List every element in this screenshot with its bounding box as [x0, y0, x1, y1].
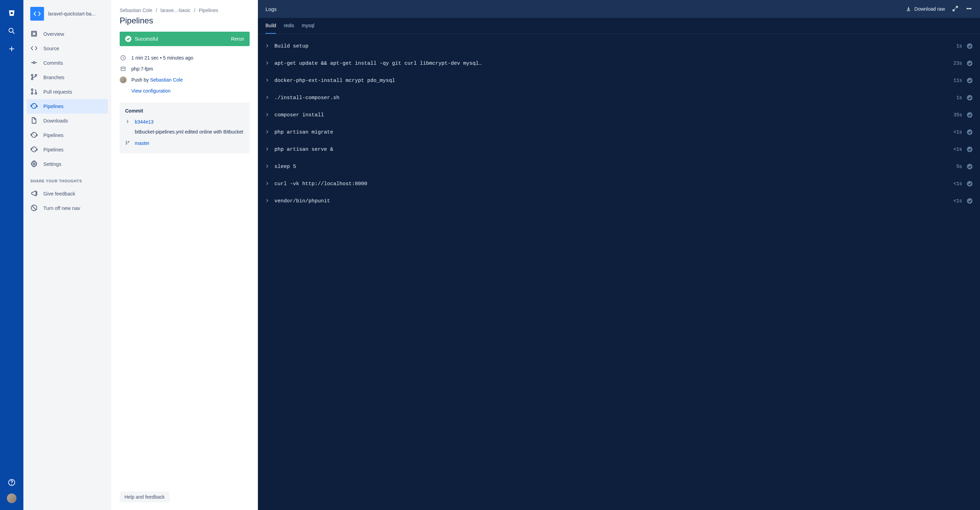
svg-line-34 — [953, 9, 955, 11]
log-command: curl -vk http://localhost:8000 — [274, 181, 949, 187]
chevron-right-icon — [266, 164, 270, 170]
repo-sidebar: laravel-quickstart-ba... OverviewSourceC… — [23, 0, 111, 510]
log-line[interactable]: php artisan migrate <1s — [266, 124, 972, 141]
main-content: Sebastian Cole / larave...-basic / Pipel… — [111, 0, 258, 510]
svg-line-33 — [956, 6, 958, 8]
page-title: Pipelines — [120, 16, 250, 26]
chevron-right-icon — [266, 147, 270, 153]
clock-icon — [120, 54, 127, 61]
svg-point-19 — [32, 132, 37, 137]
success-check-icon — [967, 112, 972, 118]
chevron-right-icon — [266, 198, 270, 204]
logs-header: Logs Download raw — [258, 0, 980, 18]
sidebar-item-give-feedback[interactable]: Give feedback — [27, 186, 108, 201]
chevron-right-icon — [266, 43, 270, 49]
expand-icon[interactable] — [952, 5, 959, 13]
logs-tabs: Buildredismysql — [258, 18, 980, 34]
log-line[interactable]: sleep 5 5s — [266, 158, 972, 175]
log-line[interactable]: composer install 35s — [266, 106, 972, 124]
downloads-icon — [30, 117, 38, 125]
svg-point-14 — [35, 74, 37, 76]
svg-rect-0 — [11, 12, 13, 14]
sidebar-item-pipelines[interactable]: Pipelines — [27, 142, 108, 157]
author-link[interactable]: Sebastian Cole — [150, 77, 183, 83]
sidebar-item-pipelines[interactable]: Pipelines — [27, 99, 108, 113]
log-line[interactable]: docker-php-ext-install mcrypt pdo_mysql … — [266, 72, 972, 89]
meta-config: View configuration — [120, 85, 250, 96]
download-raw-button[interactable]: Download raw — [905, 6, 945, 12]
pipelines-icon — [30, 131, 38, 140]
more-icon[interactable] — [966, 5, 972, 13]
logs-tab-build[interactable]: Build — [266, 18, 276, 34]
log-duration: 1s — [956, 43, 962, 49]
log-command: php artisan serve & — [274, 147, 949, 153]
svg-point-35 — [967, 8, 968, 9]
commit-card: Commit b344e13 bitbucket-pipelines.yml e… — [120, 102, 250, 153]
sidebar-item-label: Commits — [43, 60, 63, 66]
repo-name: laravel-quickstart-ba... — [48, 11, 95, 16]
svg-line-23 — [32, 206, 36, 210]
search-icon[interactable] — [5, 24, 19, 38]
feedback-icon — [30, 190, 38, 198]
sidebar-item-label: Branches — [43, 75, 64, 80]
log-command: composer install — [274, 112, 949, 118]
meta-duration: 1 min 21 sec • 5 minutes ago — [120, 52, 250, 63]
sidebar-item-overview[interactable]: Overview — [27, 27, 108, 41]
log-line[interactable]: curl -vk http://localhost:8000 <1s — [266, 175, 972, 192]
commit-hash-link[interactable]: b344e13 — [135, 119, 154, 124]
log-command: php artisan migrate — [274, 129, 949, 135]
sidebar-item-branches[interactable]: Branches — [27, 70, 108, 84]
chevron-right-icon — [266, 95, 270, 101]
breadcrumb-section[interactable]: Pipelines — [199, 8, 218, 13]
breadcrumb-author[interactable]: Sebastian Cole — [120, 8, 152, 13]
sidebar-item-downloads[interactable]: Downloads — [27, 113, 108, 128]
overview-icon — [30, 30, 38, 38]
sidebar-item-label: Downloads — [43, 118, 68, 124]
svg-point-15 — [31, 89, 33, 91]
log-line[interactable]: Build setup 1s — [266, 38, 972, 55]
logs-tab-mysql[interactable]: mysql — [302, 18, 315, 34]
branch-link[interactable]: master — [135, 140, 150, 146]
log-command: vendor/bin/phpunit — [274, 198, 949, 204]
user-avatar[interactable] — [7, 494, 16, 503]
breadcrumb-repo[interactable]: larave...-basic — [161, 8, 191, 13]
chevron-right-icon — [266, 129, 270, 135]
view-configuration-link[interactable]: View configuration — [131, 88, 170, 94]
svg-point-1 — [9, 28, 13, 32]
log-duration: <1s — [953, 198, 962, 204]
bitbucket-logo[interactable] — [5, 6, 19, 20]
log-line[interactable]: vendor/bin/phpunit <1s — [266, 192, 972, 210]
log-line[interactable]: apt-get update && apt-get install -qy gi… — [266, 55, 972, 72]
sidebar-item-pipelines[interactable]: Pipelines — [27, 128, 108, 142]
log-command: Build setup — [274, 43, 951, 49]
log-line[interactable]: php artisan serve & <1s — [266, 141, 972, 158]
rerun-button[interactable]: Rerun — [231, 36, 244, 41]
logs-panel: Logs Download raw Buildredismysql Build … — [258, 0, 980, 510]
repo-header[interactable]: laravel-quickstart-ba... — [27, 7, 108, 27]
svg-point-21 — [33, 163, 35, 165]
status-label: Successful — [135, 36, 158, 41]
svg-point-12 — [31, 74, 33, 76]
sidebar-item-turn-off-new-nav[interactable]: Turn off new nav — [27, 201, 108, 215]
help-feedback-button[interactable]: Help and feedback — [120, 491, 170, 502]
commit-title: Commit — [125, 108, 244, 113]
sidebar-item-pull-requests[interactable]: Pull requests — [27, 84, 108, 99]
commit-message: bitbucket-pipelines.yml edited online wi… — [125, 126, 244, 139]
log-duration: 5s — [956, 164, 962, 169]
log-line[interactable]: ./install-composer.sh 1s — [266, 89, 972, 106]
log-command: sleep 5 — [274, 164, 951, 170]
sidebar-item-settings[interactable]: Settings — [27, 157, 108, 171]
sidebar-item-commits[interactable]: Commits — [27, 56, 108, 70]
logs-title: Logs — [266, 6, 899, 12]
sidebar-item-source[interactable]: Source — [27, 41, 108, 56]
status-bar: Successful Rerun — [120, 32, 250, 46]
source-icon — [30, 45, 38, 53]
success-check-icon — [125, 36, 131, 42]
sidebar-item-label: Pull requests — [43, 89, 72, 95]
add-icon[interactable] — [5, 42, 19, 56]
sidebar-item-label: Turn off new nav — [43, 206, 80, 211]
help-icon[interactable] — [5, 476, 19, 489]
sidebar-item-label: Pipelines — [43, 104, 64, 109]
logs-tab-redis[interactable]: redis — [284, 18, 294, 34]
svg-point-17 — [35, 92, 37, 94]
